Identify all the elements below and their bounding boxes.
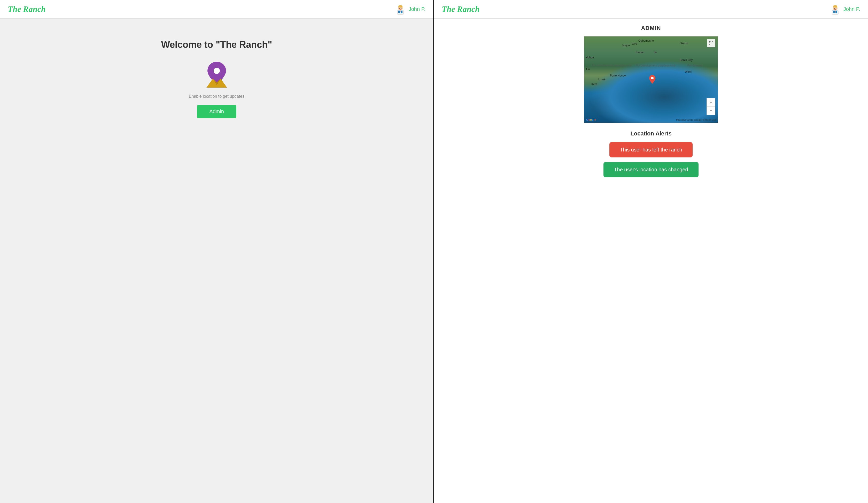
left-user-name: John P.: [409, 6, 425, 12]
map-pin: [649, 74, 656, 85]
map-zoom-controls: + −: [706, 98, 715, 115]
map-city-label: Lomé: [598, 78, 606, 81]
map-dev-notice: For development purposes only: [636, 64, 675, 67]
map-terrain: Ogbomosho Iseyin Oyo Ibadan Ife Okene Be…: [584, 37, 718, 123]
enable-location-text: Enable location to get updates: [189, 94, 245, 99]
map-data-text: Map data ©2019 Google Terms of Use: [676, 119, 716, 121]
svg-rect-1: [398, 11, 400, 13]
right-user-info: John P.: [829, 4, 860, 15]
left-avatar-icon: [395, 4, 406, 15]
svg-rect-14: [836, 11, 837, 13]
map-city-label: Ogbomosho: [638, 39, 654, 42]
map-city-label: Ibadan: [636, 51, 644, 54]
map-dev-notice: For development purposes only: [592, 64, 632, 67]
right-panel: The Ranch John P. ADMIN Og: [434, 0, 868, 503]
map-zoom-out-button[interactable]: −: [707, 106, 715, 115]
left-panel: The Ranch John P.: [0, 0, 434, 503]
svg-rect-13: [833, 11, 835, 13]
left-user-info: John P.: [395, 4, 425, 15]
map-container: Ogbomosho Iseyin Oyo Ibadan Ife Okene Be…: [584, 36, 718, 123]
svg-rect-5: [398, 6, 402, 8]
admin-button[interactable]: Admin: [197, 105, 236, 118]
right-user-name: John P.: [844, 6, 860, 12]
location-icon-container: [204, 61, 230, 89]
svg-rect-2: [401, 11, 402, 13]
map-city-label: Hohoe: [586, 56, 594, 59]
svg-point-6: [400, 8, 400, 8]
map-city-label: Okene: [680, 42, 688, 45]
map-city-label: Ife: [654, 51, 657, 54]
left-content: Welcome to "The Ranch" Enable location t…: [0, 19, 433, 503]
left-header: The Ranch John P.: [0, 0, 433, 19]
svg-point-19: [836, 8, 836, 8]
svg-point-18: [834, 8, 835, 8]
left-app-title: The Ranch: [8, 4, 46, 14]
svg-point-9: [214, 68, 220, 74]
map-city-label: Oyo: [632, 42, 637, 45]
map-city-label: Warri: [685, 70, 692, 73]
right-header: The Ranch John P.: [434, 0, 868, 19]
map-city-label: Porto Novo●: [610, 74, 626, 77]
google-logo: Google: [586, 118, 596, 121]
svg-point-21: [651, 77, 654, 79]
map-city-label: Ho: [586, 68, 590, 71]
location-pin-icon: [204, 61, 230, 89]
svg-point-7: [401, 8, 402, 8]
right-app-title: The Ranch: [442, 4, 480, 14]
location-alerts-title: Location Alerts: [630, 130, 671, 137]
alert-location-changed: The user's location has changed: [603, 162, 698, 177]
right-content: ADMIN Ogbomosho Iseyin Oyo Ibadan Ife Ok…: [434, 19, 868, 503]
map-city-label: Benin City: [680, 59, 693, 62]
right-avatar-icon: [829, 4, 841, 15]
svg-rect-17: [833, 6, 837, 8]
map-expand-button[interactable]: [707, 39, 715, 47]
alert-left-ranch: This user has left the ranch: [609, 142, 692, 157]
map-zoom-in-button[interactable]: +: [707, 98, 715, 106]
welcome-title: Welcome to "The Ranch": [161, 39, 272, 50]
map-city-label: Iseyin: [622, 44, 630, 47]
map-city-label: Keta: [591, 82, 597, 85]
admin-label: ADMIN: [641, 25, 661, 32]
map-dev-notice: For develop: [688, 64, 702, 67]
